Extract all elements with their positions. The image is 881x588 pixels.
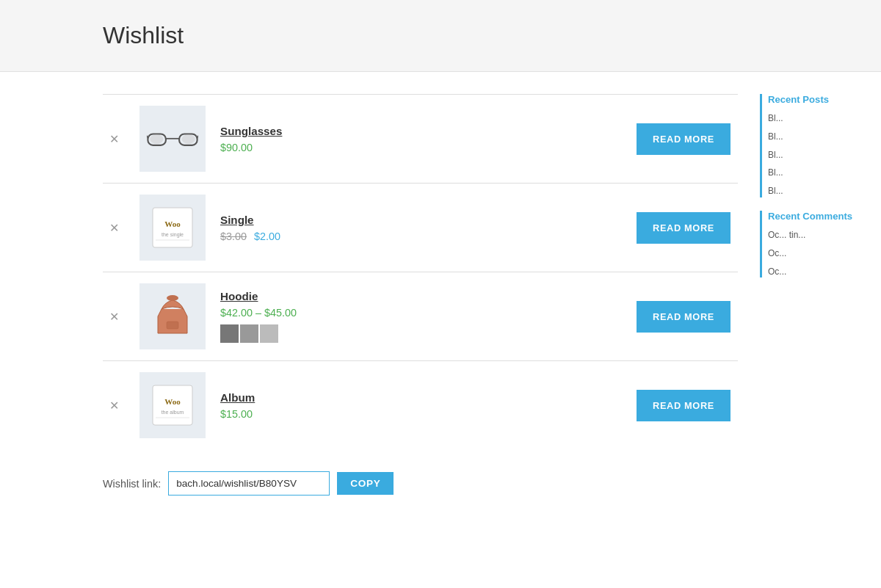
swatch-medium[interactable]: [240, 324, 258, 343]
sidebar-link-3[interactable]: Bl...: [768, 149, 874, 161]
product-image-single: Woo the single: [139, 195, 206, 261]
sidebar-link-1[interactable]: Bl...: [768, 112, 874, 125]
product-image-album: Woo the album: [139, 372, 206, 438]
product-price-hoodie: $42.00 – $45.00: [220, 307, 637, 319]
page-header: Wishlist: [0, 0, 881, 72]
svg-point-5: [150, 134, 163, 144]
svg-rect-13: [167, 322, 178, 329]
color-swatches-hoodie: [220, 324, 637, 343]
svg-text:the single: the single: [162, 232, 184, 238]
svg-text:Woo: Woo: [164, 397, 181, 406]
read-more-button-album[interactable]: READ MORE: [637, 390, 730, 421]
sidebar-link-2[interactable]: Bl...: [768, 131, 874, 143]
remove-button-hoodie[interactable]: ✕: [103, 310, 125, 324]
read-more-button-hoodie[interactable]: READ MORE: [637, 301, 730, 333]
svg-line-3: [147, 135, 148, 138]
wishlist-link-section: Wishlist link: COPY: [103, 471, 738, 496]
product-name-single[interactable]: Single: [220, 214, 637, 226]
wishlist-row-album: ✕ Woo the album Album $15.00 READ MORE: [103, 360, 738, 449]
recent-posts-section: Recent Posts Bl... Bl... Bl... Bl... Bl.…: [760, 94, 874, 197]
product-name-album[interactable]: Album: [220, 391, 637, 404]
right-sidebar: Recent Posts Bl... Bl... Bl... Bl... Bl.…: [753, 94, 881, 496]
read-more-button-single[interactable]: READ MORE: [637, 212, 730, 244]
remove-button-sunglasses[interactable]: ✕: [103, 132, 125, 146]
comment-1: Oc... tin...: [768, 229, 874, 242]
comment-2: Oc...: [768, 247, 874, 260]
remove-button-single[interactable]: ✕: [103, 221, 125, 235]
wishlist-row-hoodie: ✕ Hoodie $42.00 – $45.00: [103, 272, 738, 360]
product-price-album: $15.00: [220, 408, 637, 420]
comment-3: Oc...: [768, 266, 874, 278]
product-name-hoodie[interactable]: Hoodie: [220, 290, 637, 302]
product-info-album: Album $15.00: [220, 391, 637, 420]
read-more-button-sunglasses[interactable]: READ MORE: [637, 123, 730, 155]
recent-comments-section: Recent Comments Oc... tin... Oc... Oc...: [760, 211, 874, 277]
wishlist-row: ✕ Sunglasses $90.00 READ MORE: [103, 94, 738, 183]
svg-point-6: [182, 134, 195, 144]
svg-point-14: [167, 295, 178, 301]
copy-button[interactable]: COPY: [337, 472, 394, 495]
product-price-single: $3.00 $2.00: [220, 231, 637, 242]
page-title: Wishlist: [103, 22, 778, 49]
product-price-sunglasses: $90.00: [220, 142, 637, 153]
wishlist-link-input[interactable]: [168, 471, 330, 496]
swatch-dark[interactable]: [220, 324, 239, 343]
remove-button-album[interactable]: ✕: [103, 399, 125, 413]
product-image-sunglasses: [139, 106, 206, 172]
sidebar-link-4[interactable]: Bl...: [768, 167, 874, 179]
product-info-sunglasses: Sunglasses $90.00: [220, 125, 637, 153]
product-info-single: Single $3.00 $2.00: [220, 214, 637, 242]
product-name-sunglasses[interactable]: Sunglasses: [220, 125, 637, 137]
sidebar-link-5[interactable]: Bl...: [768, 185, 874, 197]
product-info-hoodie: Hoodie $42.00 – $45.00: [220, 290, 637, 343]
swatch-light[interactable]: [260, 324, 278, 343]
product-image-hoodie: [139, 283, 206, 349]
recent-comments-title: Recent Comments: [768, 211, 874, 222]
wishlist-row-single: ✕ Woo the single Single $3.00 $2.00 READ: [103, 183, 738, 272]
recent-posts-title: Recent Posts: [768, 94, 874, 105]
svg-text:the album: the album: [162, 410, 184, 415]
content-area: ✕ Sunglasses $90.00 READ MORE: [0, 94, 753, 496]
wishlist-link-label: Wishlist link:: [103, 478, 161, 490]
svg-line-4: [197, 135, 198, 138]
svg-text:Woo: Woo: [164, 219, 181, 228]
